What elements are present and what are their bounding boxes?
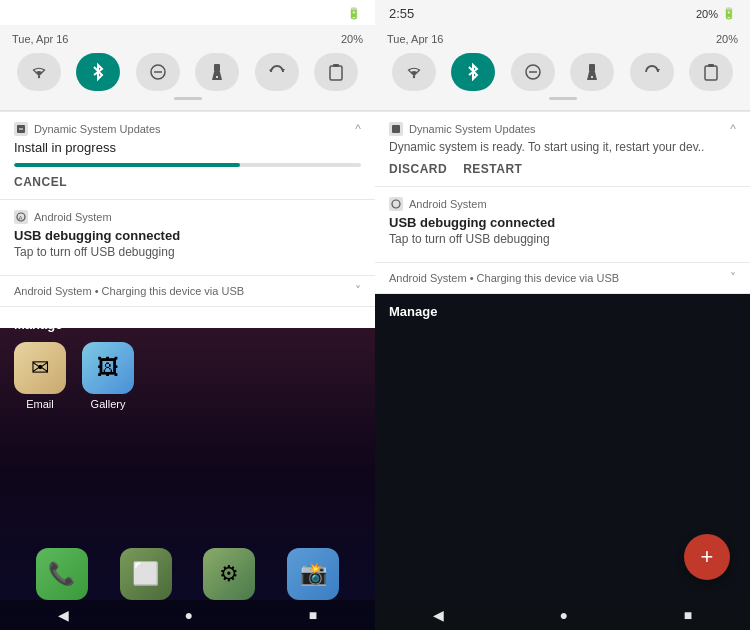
left-qs-battery: 20%: [341, 33, 363, 45]
right-manage-label: Manage: [389, 304, 736, 319]
right-usb-app-name: Android System: [389, 197, 487, 211]
left-cancel-btn[interactable]: CANCEL: [14, 175, 361, 189]
left-home-btn[interactable]: ●: [185, 607, 193, 623]
right-usb-body: Tap to turn off USB debugging: [389, 232, 736, 246]
left-app-row: ✉ Email 🖼 Gallery: [14, 342, 361, 410]
r-qs-bluetooth-icon[interactable]: [451, 53, 495, 91]
svg-text:A: A: [19, 215, 23, 221]
qs-rotation-icon[interactable]: [255, 53, 299, 91]
left-back-btn[interactable]: ◀: [58, 607, 69, 623]
dock-phone-icon[interactable]: 📞: [36, 548, 88, 600]
usb-app-icon-left: A: [14, 210, 28, 224]
svg-rect-22: [392, 125, 400, 133]
right-back-btn[interactable]: ◀: [433, 607, 444, 623]
right-battery-text: 20%: [696, 8, 718, 20]
left-phone-screen: 2:51 20% 🔋 Tue, Apr 16 20%: [0, 0, 375, 630]
r-qs-rotation-icon[interactable]: [630, 53, 674, 91]
left-qs-header: Tue, Apr 16 20%: [12, 33, 363, 45]
left-dsu-notification[interactable]: Dynamic System Updates ^ Install in prog…: [0, 111, 375, 200]
right-usb-app-label: Android System: [409, 198, 487, 210]
right-dsu-body: Dynamic system is ready. To start using …: [389, 140, 736, 154]
right-qs-battery: 20%: [716, 33, 738, 45]
email-label: Email: [26, 398, 54, 410]
qs-dnd-icon[interactable]: [136, 53, 180, 91]
right-phone-screen: 2:55 20% 🔋 Tue, Apr 16 20%: [375, 0, 750, 630]
left-recents-btn[interactable]: ■: [309, 607, 317, 623]
svg-rect-21: [708, 64, 714, 67]
right-scroll-indicator: [387, 97, 738, 100]
left-scroll-indicator: [12, 97, 363, 100]
right-charging-chevron[interactable]: ˅: [730, 271, 736, 285]
right-qs-date: Tue, Apr 16: [387, 33, 443, 45]
qs-bluetooth-icon[interactable]: [76, 53, 120, 91]
left-progress-fill: [14, 163, 240, 167]
left-dsu-header: Dynamic System Updates ^: [14, 122, 361, 136]
r-qs-flashlight-icon[interactable]: [570, 53, 614, 91]
left-progress-bar: [14, 163, 361, 167]
left-usb-title: USB debugging connected: [14, 228, 361, 243]
left-gallery-app[interactable]: 🖼 Gallery: [82, 342, 134, 410]
left-dsu-title: Install in progress: [14, 140, 361, 155]
r-dsu-app-icon: [389, 122, 403, 136]
left-bottom-dock: 📞 ⬜ ⚙ 📸: [0, 548, 375, 600]
left-manage-section: Manage ✉ Email 🖼 Gallery: [0, 307, 375, 426]
right-quick-settings: Tue, Apr 16 20%: [375, 25, 750, 111]
left-charging-chevron[interactable]: ˅: [355, 284, 361, 298]
left-battery-icon: 🔋: [347, 7, 361, 20]
left-dsu-app-name: Dynamic System Updates: [14, 122, 161, 136]
right-usb-header: Android System: [389, 197, 736, 211]
left-charging-notification[interactable]: Android System • Charging this device vi…: [0, 276, 375, 307]
right-dsu-notification[interactable]: Dynamic System Updates ^ Dynamic system …: [375, 111, 750, 187]
svg-point-13: [413, 76, 415, 78]
r-usb-app-icon: [389, 197, 403, 211]
right-indicators: 20% 🔋: [696, 7, 736, 20]
dock-camera-settings-icon[interactable]: ⬜: [120, 548, 172, 600]
right-fab[interactable]: +: [684, 534, 730, 580]
qs-wifi-icon[interactable]: [17, 53, 61, 91]
left-qs-date: Tue, Apr 16: [12, 33, 68, 45]
left-indicators: 20% 🔋: [321, 7, 361, 20]
dock-android-icon[interactable]: ⚙: [203, 548, 255, 600]
left-usb-body: Tap to turn off USB debugging: [14, 245, 361, 259]
left-usb-notification[interactable]: A Android System USB debugging connected…: [0, 200, 375, 276]
left-time: 2:51: [14, 6, 39, 21]
right-time: 2:55: [389, 6, 414, 21]
left-email-app[interactable]: ✉ Email: [14, 342, 66, 410]
left-battery: 20%: [321, 8, 343, 20]
gallery-label: Gallery: [91, 398, 126, 410]
svg-marker-6: [281, 69, 285, 72]
right-dsu-chevron[interactable]: ^: [730, 122, 736, 136]
r-qs-wifi-icon[interactable]: [392, 53, 436, 91]
left-dsu-app-label: Dynamic System Updates: [34, 123, 161, 135]
right-charging-notification[interactable]: Android System • Charging this device vi…: [375, 263, 750, 294]
left-notification-panel: Tue, Apr 16 20%: [0, 25, 375, 307]
right-status-bar: 2:55 20% 🔋: [375, 0, 750, 25]
r-qs-dnd-icon[interactable]: [511, 53, 555, 91]
svg-rect-7: [330, 66, 342, 80]
right-home-btn[interactable]: ●: [560, 607, 568, 623]
left-dsu-chevron[interactable]: ^: [355, 122, 361, 136]
svg-rect-8: [333, 64, 339, 67]
right-usb-title: USB debugging connected: [389, 215, 736, 230]
right-nav-bar: ◀ ● ■: [375, 600, 750, 630]
right-battery-icon: 🔋: [722, 7, 736, 20]
qs-flashlight-icon[interactable]: [195, 53, 239, 91]
right-usb-notification[interactable]: Android System USB debugging connected T…: [375, 187, 750, 263]
right-dsu-header: Dynamic System Updates ^: [389, 122, 736, 136]
right-discard-btn[interactable]: DISCARD: [389, 162, 447, 176]
svg-marker-19: [656, 69, 660, 72]
left-usb-header: A Android System: [14, 210, 361, 224]
right-restart-btn[interactable]: RESTART: [463, 162, 522, 176]
left-status-bar: 2:51 20% 🔋: [0, 0, 375, 25]
r-qs-battery-icon[interactable]: [689, 53, 733, 91]
right-qs-header: Tue, Apr 16 20%: [387, 33, 738, 45]
dock-camera-icon[interactable]: 📸: [287, 548, 339, 600]
qs-battery-saver-icon[interactable]: [314, 53, 358, 91]
svg-rect-20: [705, 66, 717, 80]
right-dsu-app-name: Dynamic System Updates: [389, 122, 536, 136]
right-recents-btn[interactable]: ■: [684, 607, 692, 623]
left-manage-label: Manage: [14, 317, 361, 332]
svg-rect-16: [589, 64, 595, 72]
right-dsu-app-label: Dynamic System Updates: [409, 123, 536, 135]
dsu-app-icon: [14, 122, 28, 136]
